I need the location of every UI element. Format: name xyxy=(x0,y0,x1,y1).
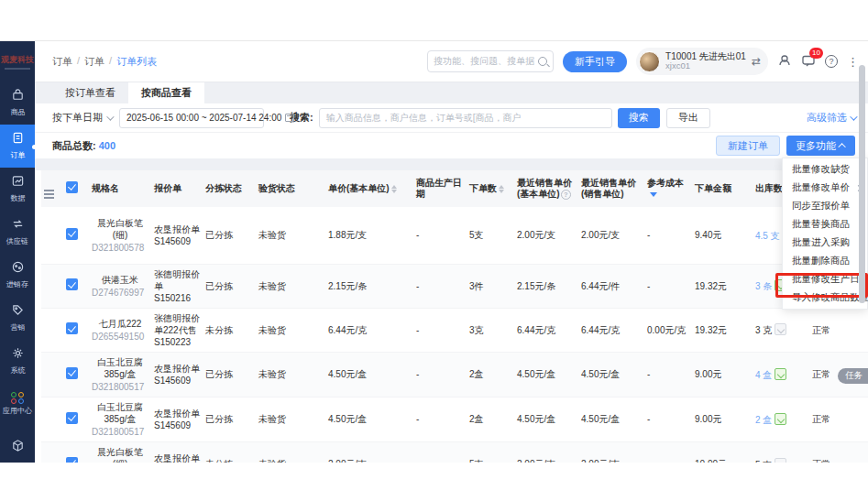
order-amount-cell: 9.00元 xyxy=(692,352,753,397)
table-row[interactable]: 白玉北豆腐 385g/盒D321800517 农垦报价单 S145609 已分拣… xyxy=(41,352,868,397)
menu-item-batch-purchase[interactable]: 批量进入采购 xyxy=(783,234,867,252)
task-badge[interactable]: 任务 xyxy=(838,368,868,384)
user-menu[interactable]: T10001 先进先出01 xjxc01 ⇄ xyxy=(636,48,768,75)
col-sort-status: 分拣状态 xyxy=(203,170,256,207)
vertical-scrollbar[interactable] xyxy=(859,65,865,303)
breadcrumb-item[interactable]: 订单 xyxy=(52,55,72,69)
menu-item-batch-replace[interactable]: 批量替换商品 xyxy=(783,215,867,234)
tab-by-product[interactable]: 按商品查看 xyxy=(128,82,204,103)
breadcrumb-item[interactable]: 订单 xyxy=(84,55,104,69)
avatar[interactable] xyxy=(639,51,660,72)
advanced-filter-link[interactable]: 高级筛选 xyxy=(807,111,855,125)
product-code: D274676997 xyxy=(92,287,148,299)
table-search-input[interactable]: 输入商品信息，商户信息，订单号或[商品，商户 xyxy=(319,108,612,128)
date-range-input[interactable]: 2025-06-15 00:00 ~ 2025-07-14 24:00 xyxy=(119,108,264,128)
message-icon[interactable]: 10 xyxy=(801,53,816,71)
table-header-row: 规格名 报价单 分拣状态 验货状态 单价(基本单位) 商品生产日期 下单数 最近… xyxy=(41,170,868,207)
order-icon xyxy=(11,131,25,148)
global-search-input[interactable]: 搜功能、搜问题、搜单据 xyxy=(427,50,554,72)
col-prod-date: 商品生产日期 xyxy=(413,170,467,207)
sort-status-cell: 未分拣 xyxy=(203,441,256,463)
menu-item-batch-edit-price[interactable]: 批量修改单价 xyxy=(783,179,867,197)
product-name[interactable]: 白玉北豆腐 385g/盒 xyxy=(92,356,148,380)
view-tabs: 按订单查看 按商品查看 xyxy=(35,82,868,103)
sidebar-item-data[interactable]: 数据 xyxy=(0,168,35,211)
table-row[interactable]: 七月瓜222D265549150 张德明报价单222代售S150223 未分拣 … xyxy=(41,308,868,352)
edit-outbound-icon[interactable] xyxy=(775,368,786,380)
chevron-up-icon xyxy=(838,143,845,150)
product-name[interactable]: 供港玉米 xyxy=(92,274,148,286)
export-button[interactable]: 导出 xyxy=(666,108,710,128)
filter-down-icon[interactable] xyxy=(650,192,657,197)
select-all-checkbox[interactable] xyxy=(66,181,78,193)
row-checkbox[interactable] xyxy=(66,412,78,424)
order-amount-cell: 19.32元 xyxy=(692,308,753,352)
col-recent-base: 最近销售单价 (基本单位)? xyxy=(514,170,578,207)
table-row[interactable]: 白玉北豆腐 385g/盒D321800517 农垦报价单 S145609 已分拣… xyxy=(41,397,868,441)
row-checkbox[interactable] xyxy=(66,322,78,334)
user-account: xjxc01 xyxy=(665,61,746,71)
sidebar-item-supply-chain[interactable]: 供应链 xyxy=(0,211,35,254)
table-row[interactable]: 晨光白板笔 (细)D3218005 农垦报价单 S145609 未分拣 未验货 … xyxy=(41,441,868,463)
new-order-button[interactable]: 新建订单 xyxy=(716,136,780,156)
logo-subtext xyxy=(5,68,30,70)
sidebar-item-inventory[interactable]: 进销存 xyxy=(0,254,35,297)
col-unit-price[interactable]: 单价(基本单位) xyxy=(325,170,413,207)
calendar-icon xyxy=(285,114,294,122)
ref-cost-cell: - xyxy=(644,441,692,463)
chart-icon xyxy=(11,174,25,191)
switch-account-icon[interactable]: ⇄ xyxy=(752,55,761,68)
sidebar-item-orders[interactable]: 订单 xyxy=(0,125,35,168)
col-order-qty[interactable]: 下单数 xyxy=(467,170,514,207)
unit-price-cell: 4.50元/盒 xyxy=(325,352,413,397)
total-value: 400 xyxy=(99,140,115,151)
order-qty-cell: 3克 xyxy=(467,308,514,352)
help-icon[interactable]: ? xyxy=(825,55,838,68)
col-ref-cost[interactable]: 参考成本 xyxy=(644,170,692,207)
section-gap xyxy=(35,158,868,170)
row-checkbox[interactable] xyxy=(66,278,78,290)
kebab-menu-icon[interactable]: ⋮ xyxy=(847,55,859,69)
sort-icon[interactable] xyxy=(499,185,504,193)
sidebar-item-goods[interactable]: 商品 xyxy=(0,82,35,125)
apps-icon xyxy=(11,392,25,404)
guide-button[interactable]: 新手引导 xyxy=(563,51,627,72)
search-icon[interactable] xyxy=(538,57,547,66)
order-qty-cell: 2盒 xyxy=(467,352,514,397)
sidebar-item-marketing[interactable]: 营销 xyxy=(0,297,35,340)
table-row[interactable]: 供港玉米D274676997 张德明报价单S150216 已分拣 未验货 2.1… xyxy=(41,264,868,308)
prod-date-cell: - xyxy=(413,308,467,352)
order-qty-cell: 3件 xyxy=(467,264,514,308)
product-name[interactable]: 七月瓜222 xyxy=(92,318,148,330)
inspect-status-cell: 未验货 xyxy=(256,207,325,264)
breadcrumb: 订单 / 订单 / 订单列表 xyxy=(52,55,157,69)
sort-icon[interactable] xyxy=(391,185,397,193)
row-checkbox[interactable] xyxy=(66,457,78,463)
menu-item-sync-quote[interactable]: 同步至报价单 xyxy=(783,197,867,215)
tab-by-order[interactable]: 按订单查看 xyxy=(52,82,128,103)
search-button[interactable]: 搜索 xyxy=(618,108,660,128)
recent-sale-cell: 4.50元/盒 xyxy=(578,397,644,441)
date-type-select[interactable]: 按下单日期 xyxy=(52,111,112,125)
sidebar-item-app-center[interactable]: 应用中心 xyxy=(0,383,35,426)
top-bar: 订单 / 订单 / 订单列表 搜功能、搜问题、搜单据 新手引导 T10001 先… xyxy=(35,41,868,82)
expand-rows-icon[interactable] xyxy=(44,190,54,191)
sort-status-cell: 已分拣 xyxy=(203,264,256,308)
recent-base-cell: 4.50元/盒 xyxy=(514,352,578,397)
row-checkbox[interactable] xyxy=(66,367,78,379)
order-qty-cell: 5支 xyxy=(467,207,514,264)
menu-item-batch-edit-shortage[interactable]: 批量修改缺货 xyxy=(783,160,867,179)
recent-base-cell: 6.44元/克 xyxy=(514,308,578,352)
info-icon[interactable]: ? xyxy=(561,190,571,200)
sidebar-item-system[interactable]: 系统 xyxy=(0,340,35,383)
sidebar-item-more[interactable] xyxy=(0,426,35,463)
product-name[interactable]: 晨光白板笔 (细) xyxy=(92,217,148,241)
more-functions-button[interactable]: 更多功能 xyxy=(786,136,855,156)
row-checkbox[interactable] xyxy=(66,228,78,240)
table-row[interactable]: 晨光白板笔 (细)D321800578 农垦报价单 S145609 已分拣 未验… xyxy=(41,207,868,264)
edit-outbound-icon[interactable] xyxy=(775,413,786,425)
menu-item-batch-delete[interactable]: 批量删除商品 xyxy=(783,252,867,270)
product-name[interactable]: 白玉北豆腐 385g/盒 xyxy=(92,401,148,425)
customer-service-icon[interactable] xyxy=(777,53,792,71)
product-name[interactable]: 晨光白板笔 (细) xyxy=(92,446,148,463)
